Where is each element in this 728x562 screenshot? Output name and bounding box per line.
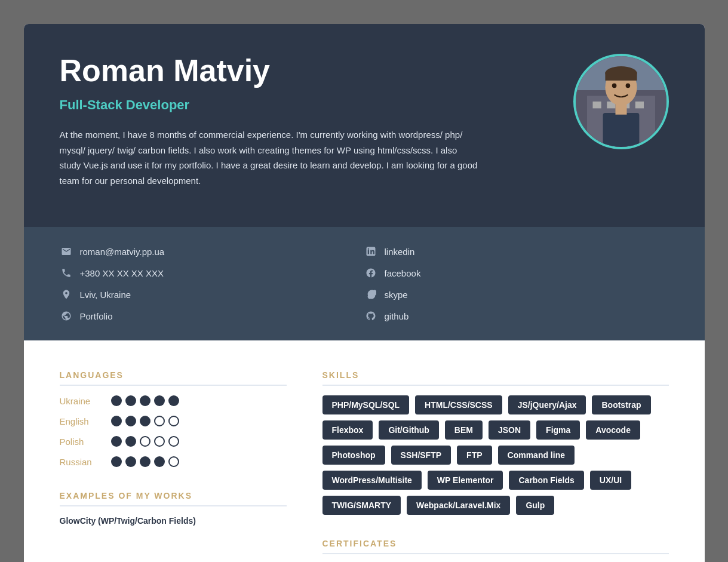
contact-github[interactable]: github bbox=[364, 309, 669, 323]
language-item: Polish bbox=[60, 436, 287, 447]
github-icon bbox=[364, 309, 377, 323]
location-icon bbox=[60, 288, 73, 301]
header-title: Full-Stack Developer bbox=[60, 97, 549, 113]
skype-icon bbox=[364, 288, 377, 301]
filled-dot bbox=[140, 456, 150, 467]
language-name: Russian bbox=[60, 457, 102, 467]
skill-tag: BEM bbox=[445, 420, 483, 440]
skill-tag: Webpack/Laravel.Mix bbox=[407, 496, 510, 515]
filled-dot bbox=[111, 416, 122, 426]
contact-email[interactable]: roman@matviy.pp.ua bbox=[60, 245, 364, 258]
skill-tag: Gulp bbox=[516, 496, 554, 515]
globe-icon bbox=[60, 309, 73, 323]
filled-dot bbox=[168, 395, 179, 406]
empty-dot bbox=[168, 436, 179, 447]
svg-rect-8 bbox=[603, 113, 639, 147]
svg-point-12 bbox=[612, 84, 616, 88]
github-text: github bbox=[385, 311, 409, 321]
contact-portfolio[interactable]: Portfolio bbox=[60, 309, 364, 323]
main-content: LANGUAGES UkraineEnglishPolishRussian EX… bbox=[24, 340, 705, 562]
phone-text: +380 XX XX XX XXX bbox=[80, 268, 164, 278]
filled-dot bbox=[125, 456, 136, 467]
filled-dot bbox=[140, 416, 150, 426]
profile-photo bbox=[573, 54, 669, 149]
dots-row bbox=[111, 436, 179, 447]
skill-tag: JSON bbox=[489, 420, 530, 440]
contact-linkedin[interactable]: linkedin bbox=[364, 245, 669, 258]
skill-tag: Command line bbox=[498, 446, 575, 465]
skill-tag: Figma bbox=[536, 420, 580, 440]
empty-dot bbox=[154, 416, 165, 426]
linkedin-text: linkedin bbox=[385, 247, 415, 257]
filled-dot bbox=[154, 395, 165, 406]
languages-title: LANGUAGES bbox=[60, 370, 287, 386]
contact-facebook[interactable]: facebook bbox=[364, 266, 669, 280]
dots-row bbox=[111, 416, 179, 426]
filled-dot bbox=[140, 395, 150, 406]
language-item: Russian bbox=[60, 456, 287, 467]
language-name: English bbox=[60, 416, 102, 426]
skill-tag: Carbon Fields bbox=[509, 471, 583, 490]
skype-text: skype bbox=[385, 290, 408, 300]
examples-section: EXAMPLES OF MY WORKS GlowCity (WP/Twig/C… bbox=[60, 491, 287, 526]
portfolio-text: Portfolio bbox=[80, 311, 113, 321]
filled-dot bbox=[111, 395, 122, 406]
contact-bar: roman@matviy.pp.ua +380 XX XX XX XXX Lvi… bbox=[24, 227, 705, 340]
empty-dot bbox=[154, 436, 165, 447]
skill-tag: JS/jQuery/Ajax bbox=[508, 395, 586, 414]
contact-phone[interactable]: +380 XX XX XX XXX bbox=[60, 266, 364, 280]
facebook-text: facebook bbox=[385, 268, 421, 278]
filled-dot bbox=[111, 436, 122, 447]
header-left: Roman Matviy Full-Stack Developer At the… bbox=[60, 54, 573, 188]
languages-section: LANGUAGES UkraineEnglishPolishRussian bbox=[60, 370, 287, 467]
skill-tag: WordPress/Multisite bbox=[322, 471, 422, 490]
skill-tag: UX/UI bbox=[590, 471, 631, 490]
example-item: GlowCity (WP/Twig/Carbon Fields) bbox=[60, 516, 287, 526]
location-text: Lviv, Ukraine bbox=[80, 290, 131, 300]
left-column: LANGUAGES UkraineEnglishPolishRussian EX… bbox=[60, 370, 287, 562]
skill-tag: WP Elementor bbox=[428, 471, 503, 490]
header-bio: At the moment, I have 8 months of commer… bbox=[60, 127, 478, 188]
language-name: Ukraine bbox=[60, 396, 102, 406]
filled-dot bbox=[111, 456, 122, 467]
certificates-section: CERTIFICATES Scriptlodi42 - ProgrammingM… bbox=[322, 539, 669, 562]
svg-rect-3 bbox=[592, 102, 601, 108]
svg-point-13 bbox=[625, 84, 630, 88]
linkedin-icon bbox=[364, 245, 377, 258]
right-column: SKILLS PHP/MySQL/SQLHTML/CSS/SCSSJS/jQue… bbox=[322, 370, 669, 562]
email-icon bbox=[60, 245, 73, 258]
examples-container: GlowCity (WP/Twig/Carbon Fields) bbox=[60, 516, 287, 526]
svg-rect-15 bbox=[367, 250, 368, 254]
certificates-title: CERTIFICATES bbox=[322, 539, 669, 554]
contact-left-col: roman@matviy.pp.ua +380 XX XX XX XXX Lvi… bbox=[60, 245, 364, 323]
skill-tag: TWIG/SMARTY bbox=[322, 496, 401, 515]
language-item: Ukraine bbox=[60, 395, 287, 406]
skill-tag: PHP/MySQL/SQL bbox=[322, 395, 410, 414]
empty-dot bbox=[168, 416, 179, 426]
skill-tag: Flexbox bbox=[322, 420, 373, 440]
skills-section: SKILLS PHP/MySQL/SQLHTML/CSS/SCSSJS/jQue… bbox=[322, 370, 669, 515]
dots-row bbox=[111, 395, 179, 406]
contact-skype[interactable]: skype bbox=[364, 288, 669, 301]
header-name: Roman Matviy bbox=[60, 54, 549, 88]
skill-tag: SSH/SFTP bbox=[391, 446, 451, 465]
empty-dot bbox=[140, 436, 150, 447]
examples-title: EXAMPLES OF MY WORKS bbox=[60, 491, 287, 506]
contact-right-col: linkedin facebook skype bbox=[364, 245, 669, 323]
skill-tag: Git/Github bbox=[379, 420, 438, 440]
skills-title: SKILLS bbox=[322, 370, 669, 386]
svg-rect-9 bbox=[615, 103, 626, 115]
skill-tag: HTML/CSS/SCSS bbox=[415, 395, 502, 414]
filled-dot bbox=[125, 416, 136, 426]
language-name: Polish bbox=[60, 437, 102, 447]
svg-rect-11 bbox=[605, 72, 637, 81]
contact-location: Lviv, Ukraine bbox=[60, 288, 364, 301]
skill-tag: Avocode bbox=[586, 420, 640, 440]
skill-tag: FTP bbox=[457, 446, 492, 465]
filled-dot bbox=[125, 436, 136, 447]
svg-rect-6 bbox=[635, 102, 643, 108]
language-item: English bbox=[60, 416, 287, 426]
filled-dot bbox=[154, 456, 165, 467]
phone-icon bbox=[60, 266, 73, 280]
languages-container: UkraineEnglishPolishRussian bbox=[60, 395, 287, 467]
